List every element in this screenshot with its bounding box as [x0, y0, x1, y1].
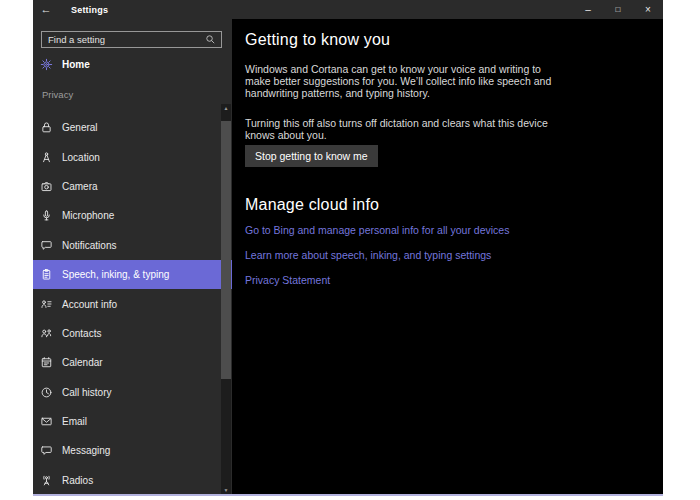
sidebar-item-contacts[interactable]: Contacts	[33, 319, 232, 348]
sidebar-item-home[interactable]: Home	[40, 58, 90, 71]
description-text-1: Windows and Cortana can get to know your…	[245, 63, 643, 99]
content-pane: Getting to know you Windows and Cortana …	[232, 19, 663, 494]
nav-label: Calendar	[62, 357, 103, 368]
gear-icon	[40, 58, 53, 71]
sidebar-item-calendar[interactable]: Calendar	[33, 348, 232, 377]
nav-label: Location	[62, 152, 100, 163]
back-arrow-icon: ←	[41, 3, 52, 15]
title-bar: ← Settings – □ ×	[33, 0, 663, 19]
text-line: Turning this off also turns off dictatio…	[245, 117, 643, 129]
nav-label: Contacts	[62, 328, 101, 339]
text-line: knows about you.	[245, 129, 643, 141]
privacy-section-label: Privacy	[42, 89, 73, 100]
minimize-button[interactable]: –	[573, 0, 603, 19]
scroll-up-icon[interactable]: ▲	[221, 104, 231, 112]
nav-label: Account info	[62, 299, 117, 310]
nav-label: Notifications	[62, 240, 116, 251]
heading-manage-cloud-info: Manage cloud info	[245, 196, 643, 214]
sidebar-item-location[interactable]: Location	[33, 142, 232, 171]
nav-label: Microphone	[62, 210, 114, 221]
window-controls: – □ ×	[573, 0, 663, 19]
calendar-icon	[40, 356, 53, 369]
back-button[interactable]: ←	[33, 0, 59, 19]
link-bing-personal-info[interactable]: Go to Bing and manage personal info for …	[245, 224, 509, 236]
email-icon	[40, 415, 53, 428]
microphone-icon	[40, 209, 53, 222]
sidebar-item-microphone[interactable]: Microphone	[33, 201, 232, 230]
lock-icon	[40, 121, 53, 134]
text-line: Windows and Cortana can get to know your…	[245, 63, 643, 75]
clock-icon	[40, 386, 53, 399]
scrollbar-thumb[interactable]	[221, 121, 231, 379]
privacy-nav-list: General Location Camera	[33, 113, 232, 495]
close-button[interactable]: ×	[633, 0, 663, 19]
sidebar-item-account-info[interactable]: Account info	[33, 289, 232, 318]
nav-label: Radios	[62, 475, 93, 486]
clipboard-icon	[40, 268, 53, 281]
nav-label: Camera	[62, 181, 98, 192]
maximize-button[interactable]: □	[603, 0, 633, 19]
nav-label: Speech, inking, & typing	[62, 269, 169, 280]
sidebar-item-call-history[interactable]: Call history	[33, 378, 232, 407]
sidebar: Home Privacy General Location	[33, 19, 232, 494]
sidebar-item-notifications[interactable]: Notifications	[33, 231, 232, 260]
text-line: handwriting patterns, and typing history…	[245, 87, 643, 99]
scroll-down-icon[interactable]: ▼	[221, 486, 231, 494]
contacts-icon	[40, 327, 53, 340]
heading-getting-to-know-you: Getting to know you	[245, 31, 643, 49]
message-bubble-icon	[40, 444, 53, 457]
stop-getting-to-know-me-button[interactable]: Stop getting to know me	[245, 145, 378, 167]
home-label: Home	[62, 59, 90, 70]
nav-label: Messaging	[62, 445, 110, 456]
text-line: make better suggestions for you. We’ll c…	[245, 75, 643, 87]
nav-label: General	[62, 122, 98, 133]
radio-tower-icon	[40, 474, 53, 487]
sidebar-item-speech-inking-typing[interactable]: Speech, inking, & typing	[33, 260, 232, 289]
minimize-icon: –	[585, 5, 591, 15]
sidebar-scrollbar[interactable]: ▲ ▼	[221, 104, 231, 494]
account-info-icon	[40, 298, 53, 311]
window-title: Settings	[71, 5, 108, 15]
sidebar-item-camera[interactable]: Camera	[33, 172, 232, 201]
sidebar-item-general[interactable]: General	[33, 113, 232, 142]
close-icon: ×	[645, 5, 651, 15]
nav-label: Email	[62, 416, 87, 427]
location-marker-icon	[40, 151, 53, 164]
search-icon	[205, 34, 221, 45]
maximize-icon: □	[616, 6, 621, 14]
sidebar-item-messaging[interactable]: Messaging	[33, 436, 232, 465]
settings-window: ← Settings – □ ×	[33, 0, 663, 496]
sidebar-item-email[interactable]: Email	[33, 407, 232, 436]
link-learn-more-speech-settings[interactable]: Learn more about speech, inking, and typ…	[245, 249, 491, 261]
search-box	[41, 31, 222, 48]
link-privacy-statement[interactable]: Privacy Statement	[245, 274, 330, 286]
notification-bubble-icon	[40, 239, 53, 252]
sidebar-item-radios[interactable]: Radios	[33, 466, 232, 495]
description-text-2: Turning this off also turns off dictatio…	[245, 117, 643, 141]
camera-icon	[40, 180, 53, 193]
search-input[interactable]	[42, 34, 205, 45]
nav-label: Call history	[62, 387, 111, 398]
